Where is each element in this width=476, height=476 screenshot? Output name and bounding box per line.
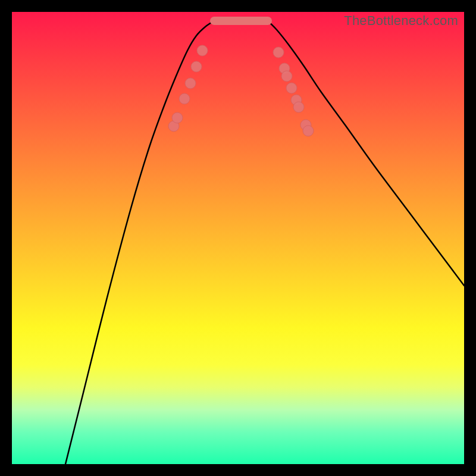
markers-right [273, 47, 314, 136]
data-marker [303, 126, 314, 136]
data-marker [191, 61, 202, 72]
data-marker [281, 71, 292, 82]
data-marker [179, 93, 190, 104]
chart-svg [12, 12, 464, 464]
data-marker [172, 112, 183, 123]
data-marker [197, 45, 208, 56]
markers-left [168, 45, 208, 131]
data-marker [273, 47, 284, 58]
data-marker [293, 102, 304, 112]
chart-frame: TheBottleneck.com [0, 0, 476, 476]
data-marker [286, 83, 297, 93]
right-curve [268, 21, 464, 286]
plot-area: TheBottleneck.com [12, 12, 464, 464]
data-marker [185, 78, 196, 89]
